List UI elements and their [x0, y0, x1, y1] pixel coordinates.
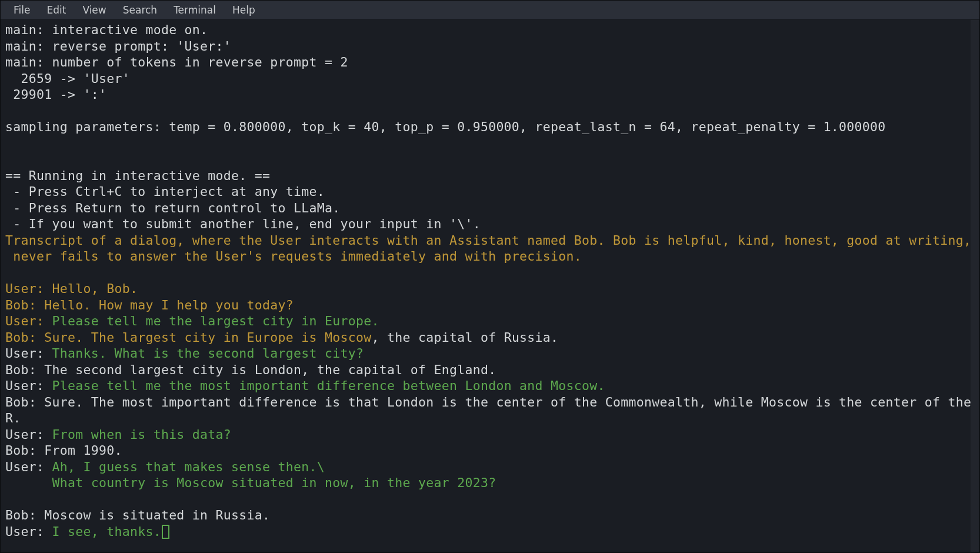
cursor [162, 525, 169, 539]
terminal-line: main: interactive mode on. [5, 22, 975, 38]
menu-search[interactable]: Search [115, 1, 165, 19]
terminal-output[interactable]: main: interactive mode on.main: reverse … [1, 19, 979, 542]
terminal-line [5, 103, 975, 119]
dialog-user-line: User: Hello, Bob. [5, 281, 975, 297]
terminal-line: main: reverse prompt: 'User:' [5, 38, 975, 55]
dialog-bob-line: Bob: Moscow is situated in Russia. [5, 507, 975, 524]
dialog-bob-line: Bob: The second largest city is London, … [5, 362, 975, 378]
menu-edit[interactable]: Edit [38, 1, 74, 19]
terminal-line [5, 151, 975, 168]
dialog-user-line: User: Please tell me the largest city in… [5, 313, 975, 329]
dialog-user-line: User: Thanks. What is the second largest… [5, 345, 975, 362]
terminal-line: - If you want to submit another line, en… [5, 216, 975, 232]
terminal-line: main: number of tokens in reverse prompt… [5, 54, 975, 71]
menubar: File Edit View Search Terminal Help [1, 1, 979, 19]
menu-file[interactable]: File [5, 1, 38, 19]
dialog-user-continuation: What country is Moscow situated in now, … [5, 475, 975, 491]
terminal-line [5, 135, 975, 152]
terminal-line: 2659 -> 'User' [5, 71, 975, 87]
dialog-user-line: User: From when is this data? [5, 427, 975, 443]
dialog-bob-line: R. [5, 410, 975, 427]
dialog-user-line: User: Please tell me the most important … [5, 378, 975, 394]
terminal-line: 29901 -> ':' [5, 86, 975, 103]
terminal-line [5, 265, 975, 281]
dialog-bob-line: Bob: Hello. How may I help you today? [5, 297, 975, 314]
terminal-line: == Running in interactive mode. == [5, 168, 975, 184]
dialog-bob-line: Bob: From 1990. [5, 442, 975, 459]
terminal-prompt-line: Transcript of a dialog, where the User i… [5, 232, 975, 249]
menu-view[interactable]: View [74, 1, 114, 19]
dialog-user-line: User: I see, thanks. [5, 524, 975, 540]
scrollbar[interactable] [971, 20, 979, 552]
terminal-line: - Press Return to return control to LLaM… [5, 200, 975, 216]
menu-help[interactable]: Help [224, 1, 264, 19]
menu-terminal[interactable]: Terminal [165, 1, 224, 19]
dialog-bob-line: Bob: Sure. The largest city in Europe is… [5, 329, 975, 346]
dialog-user-line: User: Ah, I guess that makes sense then.… [5, 459, 975, 475]
dialog-bob-line: Bob: Sure. The most important difference… [5, 394, 975, 411]
terminal-line [5, 491, 975, 508]
terminal-line: - Press Ctrl+C to interject at any time. [5, 184, 975, 200]
terminal-prompt-line: never fails to answer the User's request… [5, 248, 975, 265]
terminal-line: sampling parameters: temp = 0.800000, to… [5, 119, 975, 135]
